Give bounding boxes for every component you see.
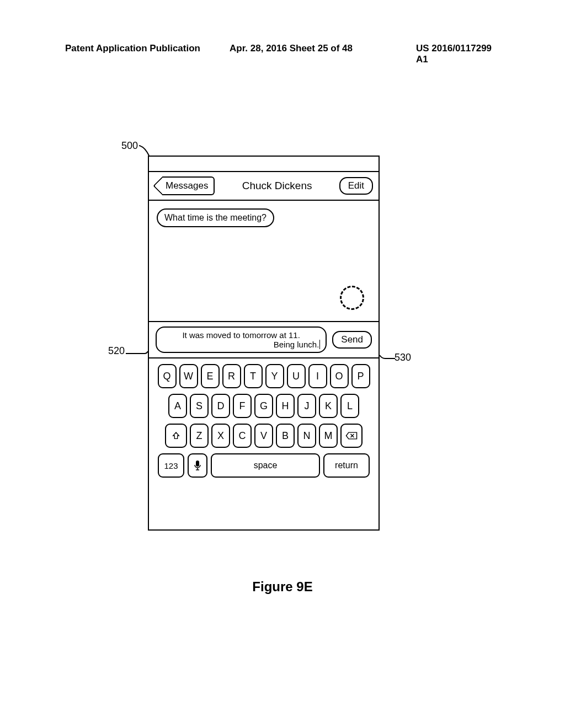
incoming-message-bubble: What time is the meeting? [157, 208, 274, 227]
key-a[interactable]: A [168, 394, 187, 418]
send-button[interactable]: Send [332, 331, 372, 349]
key-t[interactable]: T [244, 364, 263, 388]
svg-rect-0 [196, 461, 199, 467]
key-r[interactable]: R [222, 364, 241, 388]
message-text-field[interactable]: It was moved to tomorrow at 11. Being lu… [156, 326, 327, 353]
key-l[interactable]: L [340, 394, 359, 418]
key-x[interactable]: X [211, 424, 230, 448]
header-right: US 2016/0117299 A1 [416, 43, 499, 65]
touch-indicator [340, 286, 364, 310]
key-q[interactable]: Q [158, 364, 177, 388]
key-g[interactable]: G [254, 394, 273, 418]
key-k[interactable]: K [319, 394, 338, 418]
key-j[interactable]: J [297, 394, 316, 418]
conversation-area: What time is the meeting? [149, 201, 379, 322]
backspace-icon [345, 431, 358, 440]
header-left: Patent Application Publication [65, 43, 209, 65]
input-line2: Being lunch. [162, 340, 320, 349]
shift-key[interactable] [165, 424, 187, 448]
ref-500: 500 [121, 140, 138, 152]
doc-header: Patent Application Publication Apr. 28, … [0, 43, 565, 65]
key-v[interactable]: V [254, 424, 273, 448]
message-input-row: It was moved to tomorrow at 11. Being lu… [149, 322, 379, 358]
return-key[interactable]: return [323, 453, 370, 478]
key-o[interactable]: O [330, 364, 349, 388]
figure-caption: Figure 9E [0, 579, 565, 595]
shift-icon [172, 431, 180, 440]
input-line1: It was moved to tomorrow at 11. [162, 330, 320, 340]
microphone-icon [194, 460, 201, 471]
key-w[interactable]: W [179, 364, 198, 388]
key-m[interactable]: M [319, 424, 338, 448]
conversation-title: Chuck Dickens [242, 180, 312, 192]
key-i[interactable]: I [308, 364, 327, 388]
edit-button[interactable]: Edit [339, 177, 373, 195]
device-frame: Messages Chuck Dickens Edit What time is… [148, 156, 380, 531]
numbers-key[interactable]: 123 [158, 453, 184, 478]
key-n[interactable]: N [297, 424, 316, 448]
back-button[interactable]: Messages [154, 176, 215, 195]
leadline-530 [379, 353, 401, 364]
key-b[interactable]: B [276, 424, 295, 448]
key-s[interactable]: S [190, 394, 209, 418]
key-row-4: 123 space return [153, 453, 374, 478]
keyboard: Q W E R T Y U I O P A S D F G H J K L [149, 358, 379, 489]
key-e[interactable]: E [201, 364, 220, 388]
key-f[interactable]: F [233, 394, 252, 418]
ref-520: 520 [108, 345, 125, 357]
header-center: Apr. 28, 2016 Sheet 25 of 48 [230, 43, 395, 65]
key-z[interactable]: Z [190, 424, 209, 448]
key-p[interactable]: P [351, 364, 370, 388]
key-row-2: A S D F G H J K L [153, 394, 374, 418]
delete-key[interactable] [340, 424, 363, 448]
key-u[interactable]: U [287, 364, 306, 388]
key-c[interactable]: C [233, 424, 252, 448]
space-key[interactable]: space [211, 453, 320, 478]
status-bar [149, 157, 379, 172]
key-h[interactable]: H [276, 394, 295, 418]
nav-bar: Messages Chuck Dickens Edit [149, 172, 379, 201]
key-d[interactable]: D [211, 394, 230, 418]
key-row-1: Q W E R T Y U I O P [153, 364, 374, 388]
key-row-3: Z X C V B N M [153, 424, 374, 448]
mic-key[interactable] [188, 453, 207, 478]
back-label: Messages [162, 176, 215, 195]
key-y[interactable]: Y [265, 364, 284, 388]
